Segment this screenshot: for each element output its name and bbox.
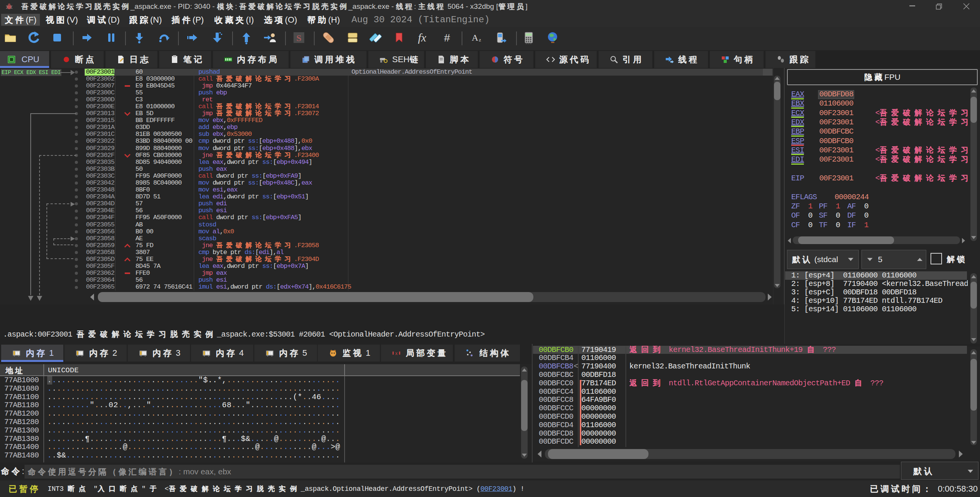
svg-text:x: x: [395, 351, 398, 356]
svg-text:z: z: [479, 37, 481, 43]
svg-text:fx: fx: [418, 31, 426, 44]
svg-text:S: S: [296, 33, 301, 43]
svg-text:A: A: [472, 33, 478, 43]
svg-text:#: #: [444, 32, 450, 44]
